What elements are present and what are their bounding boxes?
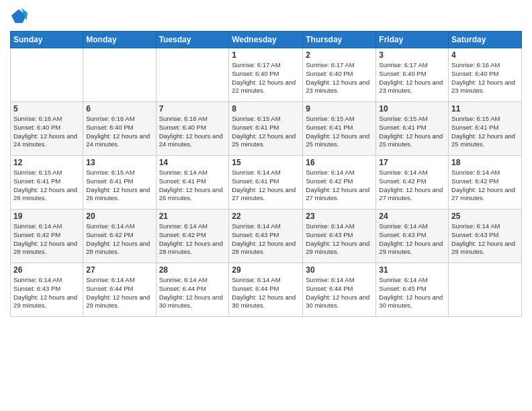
column-header-saturday: Saturday xyxy=(449,32,522,48)
day-number: 17 xyxy=(379,158,445,167)
day-info: Sunrise: 6:14 AM Sunset: 6:43 PM Dayligh… xyxy=(379,222,445,257)
calendar-cell: 20Sunrise: 6:14 AM Sunset: 6:42 PM Dayli… xyxy=(83,210,156,263)
day-info: Sunrise: 6:15 AM Sunset: 6:41 PM Dayligh… xyxy=(379,115,445,149)
calendar-cell: 1Sunrise: 6:17 AM Sunset: 6:40 PM Daylig… xyxy=(229,48,303,102)
calendar-cell: 2Sunrise: 6:17 AM Sunset: 6:40 PM Daylig… xyxy=(303,48,376,102)
column-header-sunday: Sunday xyxy=(11,32,83,48)
day-number: 9 xyxy=(306,104,373,113)
day-number: 6 xyxy=(86,104,152,113)
day-info: Sunrise: 6:15 AM Sunset: 6:41 PM Dayligh… xyxy=(86,169,152,203)
day-info: Sunrise: 6:17 AM Sunset: 6:40 PM Dayligh… xyxy=(379,61,445,95)
column-header-friday: Friday xyxy=(376,32,449,48)
calendar-cell xyxy=(83,48,156,102)
column-header-monday: Monday xyxy=(83,32,156,48)
day-number: 10 xyxy=(379,104,445,113)
calendar-cell: 22Sunrise: 6:14 AM Sunset: 6:43 PM Dayli… xyxy=(229,210,303,263)
day-number: 16 xyxy=(306,158,373,167)
column-header-thursday: Thursday xyxy=(303,32,376,48)
calendar-cell: 4Sunrise: 6:16 AM Sunset: 6:40 PM Daylig… xyxy=(449,48,522,102)
day-info: Sunrise: 6:14 AM Sunset: 6:43 PM Dayligh… xyxy=(451,222,519,257)
column-header-tuesday: Tuesday xyxy=(156,32,229,48)
calendar-cell: 23Sunrise: 6:14 AM Sunset: 6:43 PM Dayli… xyxy=(303,210,376,263)
day-info: Sunrise: 6:16 AM Sunset: 6:40 PM Dayligh… xyxy=(159,115,226,149)
day-info: Sunrise: 6:14 AM Sunset: 6:44 PM Dayligh… xyxy=(232,276,300,310)
day-number: 18 xyxy=(451,158,519,167)
day-number: 5 xyxy=(13,104,80,113)
calendar-cell: 11Sunrise: 6:15 AM Sunset: 6:41 PM Dayli… xyxy=(449,102,522,156)
day-info: Sunrise: 6:17 AM Sunset: 6:40 PM Dayligh… xyxy=(306,61,373,95)
calendar-cell: 9Sunrise: 6:15 AM Sunset: 6:41 PM Daylig… xyxy=(303,102,376,156)
day-info: Sunrise: 6:15 AM Sunset: 6:41 PM Dayligh… xyxy=(232,115,300,149)
day-number: 15 xyxy=(232,158,300,167)
calendar-cell: 10Sunrise: 6:15 AM Sunset: 6:41 PM Dayli… xyxy=(376,102,449,156)
day-info: Sunrise: 6:14 AM Sunset: 6:42 PM Dayligh… xyxy=(13,222,80,257)
day-info: Sunrise: 6:16 AM Sunset: 6:40 PM Dayligh… xyxy=(13,115,80,149)
day-number: 20 xyxy=(86,212,152,221)
calendar-header-row: SundayMondayTuesdayWednesdayThursdayFrid… xyxy=(11,32,522,48)
column-header-wednesday: Wednesday xyxy=(229,32,303,48)
day-number: 1 xyxy=(232,50,300,60)
day-number: 24 xyxy=(379,212,445,221)
day-info: Sunrise: 6:14 AM Sunset: 6:43 PM Dayligh… xyxy=(13,276,80,310)
day-number: 31 xyxy=(379,265,445,275)
calendar-cell: 26Sunrise: 6:14 AM Sunset: 6:43 PM Dayli… xyxy=(11,263,83,317)
day-info: Sunrise: 6:14 AM Sunset: 6:41 PM Dayligh… xyxy=(159,169,226,203)
day-info: Sunrise: 6:14 AM Sunset: 6:44 PM Dayligh… xyxy=(86,276,152,310)
calendar-cell: 24Sunrise: 6:14 AM Sunset: 6:43 PM Dayli… xyxy=(376,210,449,263)
day-number: 14 xyxy=(159,158,226,167)
day-info: Sunrise: 6:17 AM Sunset: 6:40 PM Dayligh… xyxy=(232,61,300,95)
day-number: 4 xyxy=(451,50,519,60)
calendar-cell: 5Sunrise: 6:16 AM Sunset: 6:40 PM Daylig… xyxy=(11,102,83,156)
calendar-cell: 28Sunrise: 6:14 AM Sunset: 6:44 PM Dayli… xyxy=(156,263,229,317)
calendar-cell: 8Sunrise: 6:15 AM Sunset: 6:41 PM Daylig… xyxy=(229,102,303,156)
day-number: 26 xyxy=(13,265,80,275)
day-info: Sunrise: 6:15 AM Sunset: 6:41 PM Dayligh… xyxy=(451,115,519,149)
calendar-cell: 21Sunrise: 6:14 AM Sunset: 6:42 PM Dayli… xyxy=(156,210,229,263)
calendar-cell: 15Sunrise: 6:14 AM Sunset: 6:41 PM Dayli… xyxy=(229,156,303,210)
week-row-0: 1Sunrise: 6:17 AM Sunset: 6:40 PM Daylig… xyxy=(11,48,522,102)
calendar-cell: 29Sunrise: 6:14 AM Sunset: 6:44 PM Dayli… xyxy=(229,263,303,317)
day-info: Sunrise: 6:15 AM Sunset: 6:41 PM Dayligh… xyxy=(13,169,80,203)
calendar-cell: 31Sunrise: 6:14 AM Sunset: 6:45 PM Dayli… xyxy=(376,263,449,317)
day-number: 19 xyxy=(13,212,80,221)
day-info: Sunrise: 6:14 AM Sunset: 6:42 PM Dayligh… xyxy=(159,222,226,257)
calendar-cell: 3Sunrise: 6:17 AM Sunset: 6:40 PM Daylig… xyxy=(376,48,449,102)
day-number: 2 xyxy=(306,50,373,60)
calendar-cell: 17Sunrise: 6:14 AM Sunset: 6:42 PM Dayli… xyxy=(376,156,449,210)
day-info: Sunrise: 6:14 AM Sunset: 6:42 PM Dayligh… xyxy=(451,169,519,203)
calendar-cell: 6Sunrise: 6:16 AM Sunset: 6:40 PM Daylig… xyxy=(83,102,156,156)
day-info: Sunrise: 6:16 AM Sunset: 6:40 PM Dayligh… xyxy=(86,115,152,149)
logo xyxy=(10,7,32,26)
week-row-4: 26Sunrise: 6:14 AM Sunset: 6:43 PM Dayli… xyxy=(11,263,522,317)
day-info: Sunrise: 6:14 AM Sunset: 6:45 PM Dayligh… xyxy=(379,276,445,310)
day-number: 12 xyxy=(13,158,80,167)
day-number: 23 xyxy=(306,212,373,221)
day-number: 3 xyxy=(379,50,445,60)
day-number: 11 xyxy=(451,104,519,113)
calendar-cell: 30Sunrise: 6:14 AM Sunset: 6:44 PM Dayli… xyxy=(303,263,376,317)
week-row-3: 19Sunrise: 6:14 AM Sunset: 6:42 PM Dayli… xyxy=(11,210,522,263)
day-info: Sunrise: 6:14 AM Sunset: 6:42 PM Dayligh… xyxy=(86,222,152,257)
calendar-cell xyxy=(11,48,83,102)
day-number: 29 xyxy=(232,265,300,275)
day-number: 13 xyxy=(86,158,152,167)
day-number: 28 xyxy=(159,265,226,275)
calendar-cell: 7Sunrise: 6:16 AM Sunset: 6:40 PM Daylig… xyxy=(156,102,229,156)
calendar-cell: 18Sunrise: 6:14 AM Sunset: 6:42 PM Dayli… xyxy=(449,156,522,210)
logo-icon xyxy=(10,7,29,26)
day-info: Sunrise: 6:14 AM Sunset: 6:44 PM Dayligh… xyxy=(306,276,373,310)
day-number: 30 xyxy=(306,265,373,275)
calendar-cell: 27Sunrise: 6:14 AM Sunset: 6:44 PM Dayli… xyxy=(83,263,156,317)
day-number: 27 xyxy=(86,265,152,275)
calendar-cell xyxy=(156,48,229,102)
calendar-table: SundayMondayTuesdayWednesdayThursdayFrid… xyxy=(10,31,522,317)
calendar-cell: 25Sunrise: 6:14 AM Sunset: 6:43 PM Dayli… xyxy=(449,210,522,263)
day-number: 7 xyxy=(159,104,226,113)
day-info: Sunrise: 6:14 AM Sunset: 6:43 PM Dayligh… xyxy=(306,222,373,257)
day-info: Sunrise: 6:15 AM Sunset: 6:41 PM Dayligh… xyxy=(306,115,373,149)
calendar-cell: 14Sunrise: 6:14 AM Sunset: 6:41 PM Dayli… xyxy=(156,156,229,210)
day-info: Sunrise: 6:14 AM Sunset: 6:43 PM Dayligh… xyxy=(232,222,300,257)
day-number: 8 xyxy=(232,104,300,113)
day-info: Sunrise: 6:14 AM Sunset: 6:44 PM Dayligh… xyxy=(159,276,226,310)
calendar-cell: 13Sunrise: 6:15 AM Sunset: 6:41 PM Dayli… xyxy=(83,156,156,210)
